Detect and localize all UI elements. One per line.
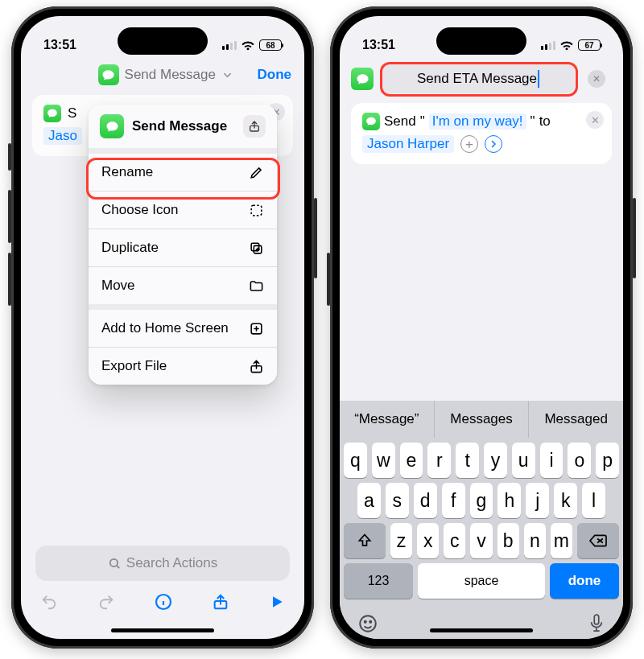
done-button[interactable]: Done: [258, 67, 292, 83]
svg-rect-1: [251, 205, 262, 216]
key-s[interactable]: s: [386, 483, 409, 518]
bottom-toolbar: [21, 584, 304, 620]
shortcut-name-value: Send ETA Message: [417, 71, 537, 87]
title-bar: Send Message Done: [21, 60, 304, 92]
messages-icon: [362, 113, 380, 130]
search-placeholder: Search Actions: [126, 555, 217, 571]
menu-item-rename[interactable]: Rename: [89, 154, 277, 191]
pencil-icon: [249, 165, 264, 180]
title-context-menu: Send Message Rename Choose Icon Duplicat…: [89, 105, 277, 385]
menu-item-choose-icon[interactable]: Choose Icon: [89, 191, 277, 229]
iphone-right: 13:51 67 Send ETA Message ✕ Sen: [330, 6, 633, 649]
svg-point-10: [365, 621, 366, 623]
share-icon: [249, 359, 264, 374]
key-k[interactable]: k: [554, 483, 577, 518]
clear-text-button[interactable]: ✕: [588, 70, 605, 88]
svg-point-11: [369, 621, 371, 623]
screen-right: 13:51 67 Send ETA Message ✕ Sen: [340, 16, 623, 639]
menu-label: Rename: [101, 164, 153, 180]
shortcut-title-button[interactable]: Send Message: [98, 64, 232, 85]
key-j[interactable]: j: [526, 483, 549, 518]
key-space[interactable]: space: [418, 563, 545, 599]
cellular-icon: [541, 41, 555, 50]
duplicate-icon: [249, 241, 264, 256]
messages-icon: [351, 68, 374, 90]
key-g[interactable]: g: [470, 483, 493, 518]
remove-action-button[interactable]: ✕: [586, 111, 604, 129]
key-z[interactable]: z: [390, 523, 412, 558]
key-q[interactable]: q: [344, 443, 367, 478]
key-123[interactable]: 123: [344, 563, 413, 599]
key-m[interactable]: m: [551, 523, 572, 558]
dynamic-island: [436, 27, 526, 55]
menu-item-move[interactable]: Move: [89, 266, 277, 304]
share-button[interactable]: [243, 115, 266, 138]
shortcut-title: Send Message: [125, 67, 216, 83]
key-a[interactable]: a: [357, 483, 381, 518]
key-u[interactable]: u: [512, 443, 535, 478]
message-token[interactable]: I'm on my way!: [429, 113, 526, 130]
expand-action-button[interactable]: [485, 135, 502, 153]
action-card[interactable]: Send " I'm on my way! " to Jason Harper …: [351, 103, 612, 164]
menu-item-export-file[interactable]: Export File: [89, 347, 277, 385]
menu-label: Move: [101, 278, 135, 294]
key-e[interactable]: e: [400, 443, 423, 478]
key-v[interactable]: v: [470, 523, 492, 558]
shortcut-name-field[interactable]: Send ETA Message ✕: [382, 64, 575, 93]
quote: ": [530, 113, 535, 130]
key-shift[interactable]: [344, 523, 386, 558]
key-done[interactable]: done: [550, 563, 619, 599]
key-c[interactable]: c: [444, 523, 465, 558]
key-d[interactable]: d: [414, 483, 437, 518]
messages-icon: [43, 105, 61, 122]
info-button[interactable]: [154, 592, 173, 612]
key-r[interactable]: r: [427, 443, 451, 478]
popover-title: Send Message: [132, 118, 235, 134]
suggestion-2[interactable]: Messages: [434, 401, 529, 438]
key-p[interactable]: p: [596, 443, 619, 478]
plus-square-icon: [249, 321, 264, 336]
dynamic-island: [118, 27, 208, 55]
suggestion-1[interactable]: “Message”: [340, 401, 434, 438]
messages-icon: [98, 64, 119, 85]
undo-button[interactable]: [40, 593, 58, 611]
key-x[interactable]: x: [417, 523, 439, 558]
recipient-token[interactable]: Jason Harper: [362, 135, 454, 153]
key-backspace[interactable]: [577, 523, 619, 558]
add-recipient-button[interactable]: +: [460, 135, 478, 153]
menu-item-duplicate[interactable]: Duplicate: [89, 229, 277, 266]
suggestion-3[interactable]: Messaged: [528, 401, 623, 438]
action-word-to: to: [539, 113, 551, 130]
home-indicator[interactable]: [111, 628, 214, 632]
key-w[interactable]: w: [372, 443, 395, 478]
run-button[interactable]: [269, 594, 285, 610]
key-h[interactable]: h: [497, 483, 521, 518]
home-indicator[interactable]: [430, 628, 533, 632]
wifi-icon: [241, 40, 255, 51]
key-y[interactable]: y: [484, 443, 507, 478]
action-text: S: [68, 105, 76, 122]
quote: ": [420, 113, 425, 130]
menu-label: Duplicate: [101, 240, 159, 256]
folder-icon: [249, 278, 264, 294]
key-b[interactable]: b: [497, 523, 519, 558]
key-t[interactable]: t: [456, 443, 479, 478]
menu-label: Add to Home Screen: [101, 320, 229, 336]
messages-icon: [100, 114, 124, 138]
key-l[interactable]: l: [582, 483, 605, 518]
key-n[interactable]: n: [524, 523, 546, 558]
emoji-button[interactable]: [357, 613, 378, 634]
recipient-token[interactable]: Jaso: [43, 127, 82, 145]
dictation-button[interactable]: [588, 613, 605, 634]
svg-point-9: [360, 616, 376, 632]
key-i[interactable]: i: [540, 443, 564, 478]
redo-button[interactable]: [97, 593, 115, 611]
title-bar: Send ETA Message ✕: [340, 60, 623, 100]
key-f[interactable]: f: [442, 483, 465, 518]
menu-item-add-to-home[interactable]: Add to Home Screen: [89, 310, 277, 347]
key-o[interactable]: o: [568, 443, 591, 478]
search-actions-field[interactable]: Search Actions: [35, 546, 290, 581]
screen-left: 13:51 68 Send Message Done: [21, 16, 304, 639]
clock: 13:51: [43, 38, 76, 52]
share-button[interactable]: [212, 592, 229, 612]
